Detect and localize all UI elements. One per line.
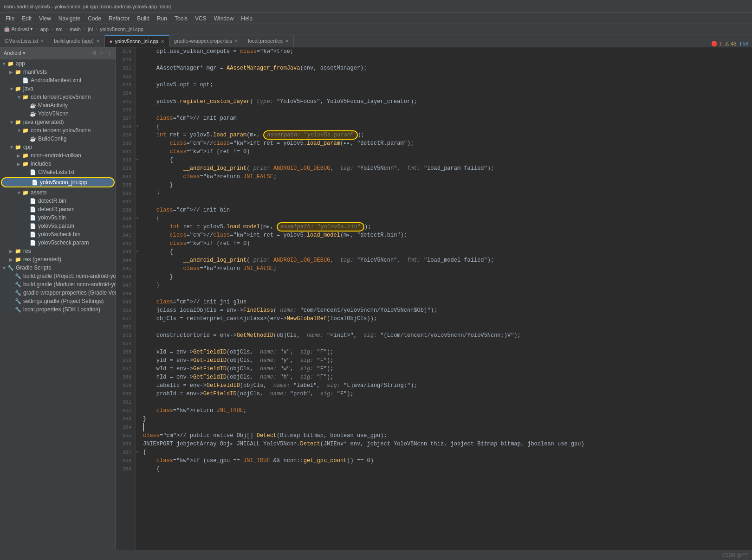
fold-indicator-324[interactable]: [136, 89, 139, 97]
fold-indicator-356[interactable]: [136, 356, 139, 365]
code-line-322[interactable]: [143, 72, 748, 81]
sidebar-item-yolov5sbin[interactable]: 📄 yolov5s.bin: [0, 213, 116, 222]
fold-indicator-329[interactable]: [136, 131, 139, 139]
tab-buildgradle[interactable]: build.gradle (app) ✕: [49, 35, 105, 47]
fold-indicator-344[interactable]: [136, 256, 139, 264]
fold-indicator-326[interactable]: [136, 106, 139, 114]
code-line-355[interactable]: xId = env->GetFieldID(objCls, name: "x",…: [143, 348, 748, 356]
fold-indicator-339[interactable]: ▾: [136, 214, 139, 223]
code-line-350[interactable]: jclass localObjCls = env->FindClass( nam…: [143, 306, 748, 315]
fold-indicator-363[interactable]: [136, 415, 139, 423]
code-line-362[interactable]: class="kw">return JNI_TRUE;: [143, 406, 748, 415]
code-line-369[interactable]: {: [143, 465, 748, 473]
code-line-346[interactable]: }: [143, 273, 748, 281]
breadcrumb-main[interactable]: main: [70, 26, 81, 32]
code-line-368[interactable]: class="kw">if (use_gpu == JNI_TRUE && nc…: [143, 457, 748, 465]
menu-build[interactable]: Build: [133, 15, 153, 22]
tab-localprops-close[interactable]: ✕: [285, 39, 289, 44]
fold-indicator-342[interactable]: [136, 239, 139, 248]
fold-indicator-323[interactable]: [136, 81, 139, 89]
breadcrumb-src[interactable]: src: [56, 26, 63, 32]
code-line-324[interactable]: [143, 89, 748, 97]
fold-indicator-347[interactable]: [136, 281, 139, 290]
sidebar-item-manifests[interactable]: ▶ 📁 manifests: [0, 68, 116, 76]
fold-indicator-345[interactable]: [136, 264, 139, 273]
sidebar-item-yolov5ncnn-class[interactable]: ☕ YoloV5Ncnn: [0, 109, 116, 118]
code-line-328[interactable]: {: [143, 122, 748, 131]
fold-indicator-361[interactable]: [136, 398, 139, 406]
fold-indicator-338[interactable]: [136, 206, 139, 214]
fold-indicator-364[interactable]: [136, 423, 139, 431]
breadcrumb-jni[interactable]: jni: [88, 26, 93, 32]
fold-indicator-348[interactable]: [136, 290, 139, 298]
code-line-338[interactable]: class="cm">// init bin: [143, 206, 748, 214]
fold-indicator-335[interactable]: [136, 181, 139, 189]
fold-indicator-331[interactable]: [136, 148, 139, 156]
code-line-343[interactable]: {: [143, 248, 748, 256]
code-line-344[interactable]: __android_log_print( prio: ANDROID_LOG_D…: [143, 256, 748, 264]
sidebar-item-yolov5ncnn-cpp[interactable]: 📄 yolov5ncnn_jni.cpp: [1, 177, 115, 187]
fold-indicator-333[interactable]: [136, 164, 139, 173]
sidebar-item-assets[interactable]: ▼ 📁 assets: [0, 188, 116, 197]
menu-code[interactable]: Code: [84, 15, 105, 22]
fold-indicator-355[interactable]: [136, 348, 139, 356]
code-line-330[interactable]: class="cm">//class="kw">int ret = yolov5…: [143, 139, 748, 148]
code-line-364[interactable]: [143, 423, 748, 431]
fold-indicator-366[interactable]: [136, 440, 139, 448]
sidebar-sync-icon[interactable]: ⚙: [92, 50, 97, 56]
breadcrumb-android[interactable]: 🤖 Android ▾: [4, 26, 33, 32]
sidebar-item-cpp[interactable]: ▼ 📁 cpp: [0, 143, 116, 151]
fold-indicator-359[interactable]: [136, 381, 139, 390]
tab-cmakelists[interactable]: CMakeLists.txt ✕: [0, 35, 49, 47]
breadcrumb-file[interactable]: yolov5ncnn_jni.cpp: [100, 26, 143, 32]
sidebar-item-includes[interactable]: ▶ 📁 includes: [0, 160, 116, 168]
code-line-327[interactable]: class="cm">// init param: [143, 114, 748, 122]
code-line-356[interactable]: yId = env->GetFieldID(objCls, name: "y",…: [143, 356, 748, 365]
fold-indicator-369[interactable]: [136, 465, 139, 473]
sidebar-item-settings-gradle[interactable]: 🔧 settings.gradle (Project Settings): [0, 297, 116, 305]
code-line-337[interactable]: [143, 198, 748, 206]
fold-indicator-360[interactable]: [136, 390, 139, 398]
code-line-339[interactable]: {: [143, 214, 748, 223]
code-line-352[interactable]: [143, 323, 748, 331]
sidebar-item-ncnn-vulkan[interactable]: ▶ 📁 ncnn-android-vulkan: [0, 151, 116, 160]
code-line-360[interactable]: probId = env->GetFieldID(objCls, name: "…: [143, 390, 748, 398]
tab-yolov5jni[interactable]: ● yolov5ncnn_jni.cpp ✕: [105, 35, 169, 47]
tab-cmakelists-close[interactable]: ✕: [40, 39, 44, 44]
sidebar-item-java-gen[interactable]: ▼ 📁 java (generated): [0, 118, 116, 126]
sidebar-collapse-icon[interactable]: ≡: [100, 50, 103, 56]
sidebar-item-java[interactable]: ▼ 📁 java: [0, 84, 116, 93]
code-line-363[interactable]: }: [143, 415, 748, 423]
fold-indicator-322[interactable]: [136, 72, 139, 81]
tab-gradlewrapper[interactable]: gradle-wrapper.properties ✕: [169, 35, 243, 47]
fold-indicator-327[interactable]: [136, 114, 139, 122]
code-line-334[interactable]: class="kw">return JNI_FALSE;: [143, 173, 748, 181]
fold-indicator-346[interactable]: [136, 273, 139, 281]
sidebar-item-com-tencent2[interactable]: ▼ 📁 com.tencent.yolov5ncnn: [0, 126, 116, 135]
code-line-354[interactable]: [143, 340, 748, 348]
tab-localprops[interactable]: local.properties ✕: [243, 35, 294, 47]
code-line-349[interactable]: class="cm">// init jni glue: [143, 298, 748, 306]
code-line-340[interactable]: int ret = yolov5.load_model(m▸, assetpat…: [143, 223, 748, 231]
code-line-366[interactable]: JNIEXPORT jobjectArray Obj▸ JNICALL Yolo…: [143, 440, 748, 448]
editor[interactable]: 3193203213223233243253263273283293303313…: [116, 47, 752, 550]
code-line-329[interactable]: int ret = yolov5.load_param(m▸, assetpat…: [143, 131, 748, 139]
sidebar-item-res[interactable]: ▶ 📁 res: [0, 247, 116, 255]
code-line-367[interactable]: {: [143, 448, 748, 457]
menu-navigate[interactable]: Navigate: [55, 15, 84, 22]
fold-indicator-349[interactable]: [136, 298, 139, 306]
fold-indicator-362[interactable]: [136, 406, 139, 415]
menu-window[interactable]: Window: [210, 15, 238, 22]
fold-indicator-319[interactable]: [136, 47, 139, 56]
code-line-335[interactable]: }: [143, 181, 748, 189]
code-line-320[interactable]: [143, 56, 748, 64]
code-line-365[interactable]: class="cm">// public native Obj[] Detect…: [143, 431, 748, 440]
code-line-336[interactable]: }: [143, 189, 748, 198]
sidebar-item-res-gen[interactable]: ▶ 📁 res (generated): [0, 255, 116, 264]
sidebar-item-yolov5scheckbin[interactable]: 📄 yolov5scheck.bin: [0, 230, 116, 238]
sidebar-settings-icon[interactable]: ⋮: [107, 50, 112, 56]
code-line-358[interactable]: hId = env->GetFieldID(objCls, name: "h",…: [143, 373, 748, 381]
sidebar-item-detectrparam[interactable]: 📄 detectR.param: [0, 205, 116, 213]
sidebar-item-mainactivity[interactable]: ☕ MainActivity: [0, 101, 116, 109]
sidebar-item-gradle-scripts[interactable]: ▼ 🔧 Gradle Scripts: [0, 264, 116, 272]
